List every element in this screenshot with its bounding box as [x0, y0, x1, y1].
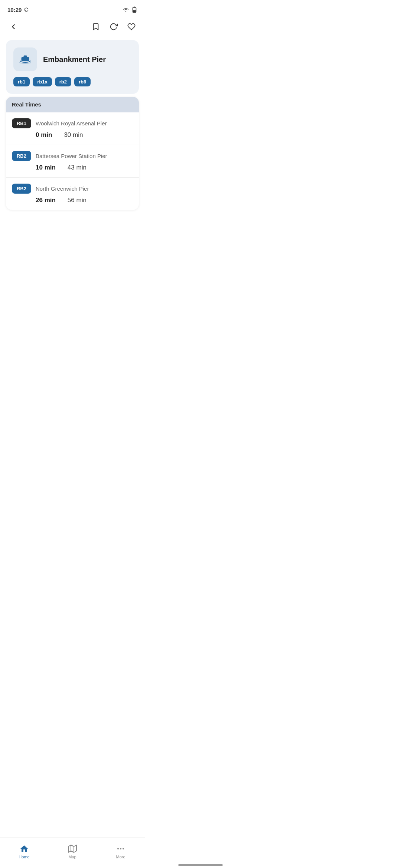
bookmark-button[interactable]: [88, 19, 103, 34]
station-name: Embankment Pier: [43, 55, 106, 64]
arrival-row-0[interactable]: RB1 Woolwich Royal Arsenal Pier 0 min 30…: [6, 112, 139, 145]
arrival-times-1: 10 min 43 min: [12, 164, 133, 171]
nav-right: [88, 19, 139, 34]
station-header: Embankment Pier: [13, 47, 131, 71]
arrival-time-0-1: 0 min: [36, 131, 52, 139]
arrival-time-0-2: 30 min: [64, 131, 83, 139]
back-arrow-icon: [9, 23, 17, 31]
svg-rect-4: [24, 56, 27, 58]
destination-1: Battersea Power Station Pier: [36, 153, 107, 159]
arrival-row-1[interactable]: RB2 Battersea Power Station Pier 10 min …: [6, 145, 139, 178]
arrival-time-2-2: 56 min: [68, 197, 87, 204]
station-card: Embankment Pier rb1 rb1x rb2 rb6: [6, 40, 139, 94]
svg-rect-2: [133, 10, 136, 12]
arrival-time-1-2: 43 min: [68, 164, 87, 171]
arrival-row-2[interactable]: RB2 North Greenwich Pier 26 min 56 min: [6, 178, 139, 210]
route-badge-rb1-0: RB1: [12, 118, 31, 128]
nav-left: [6, 19, 21, 34]
ferry-icon: [19, 53, 32, 66]
favorite-button[interactable]: [124, 19, 139, 34]
arrival-time-1-1: 10 min: [36, 164, 56, 171]
status-icons: [123, 6, 137, 13]
sync-icon: [24, 7, 29, 12]
destination-0: Woolwich Royal Arsenal Pier: [36, 120, 107, 126]
svg-rect-3: [22, 57, 29, 61]
bookmark-icon: [92, 23, 100, 31]
arrival-top-2: RB2 North Greenwich Pier: [12, 184, 133, 194]
heart-icon: [127, 23, 136, 31]
nav-bar: [0, 16, 145, 37]
arrival-top-0: RB1 Woolwich Royal Arsenal Pier: [12, 118, 133, 128]
refresh-icon: [110, 23, 118, 31]
battery-icon: [131, 6, 137, 13]
arrival-times-0: 0 min 30 min: [12, 131, 133, 139]
arrival-top-1: RB2 Battersea Power Station Pier: [12, 151, 133, 161]
arrival-times-2: 26 min 56 min: [12, 197, 133, 204]
real-times-title: Real Times: [12, 101, 41, 108]
route-badge-rb2-2: RB2: [12, 184, 31, 194]
arrival-time-2-1: 26 min: [36, 197, 56, 204]
back-button[interactable]: [6, 19, 21, 34]
route-tag-rb1x[interactable]: rb1x: [33, 77, 52, 86]
wifi-icon: [123, 7, 129, 12]
real-times-header: Real Times: [6, 97, 139, 112]
route-tag-rb2[interactable]: rb2: [55, 77, 71, 86]
svg-rect-1: [134, 7, 136, 7]
route-tag-rb6[interactable]: rb6: [74, 77, 91, 86]
refresh-button[interactable]: [106, 19, 121, 34]
destination-2: North Greenwich Pier: [36, 185, 89, 192]
status-bar: 10:29: [0, 0, 145, 16]
station-icon-wrap: [13, 47, 37, 71]
route-tag-rb1[interactable]: rb1: [13, 77, 30, 86]
real-times-section: Real Times RB1 Woolwich Royal Arsenal Pi…: [6, 97, 139, 210]
route-badge-rb2-1: RB2: [12, 151, 31, 161]
status-time: 10:29: [7, 7, 29, 13]
route-tags: rb1 rb1x rb2 rb6: [13, 77, 131, 86]
